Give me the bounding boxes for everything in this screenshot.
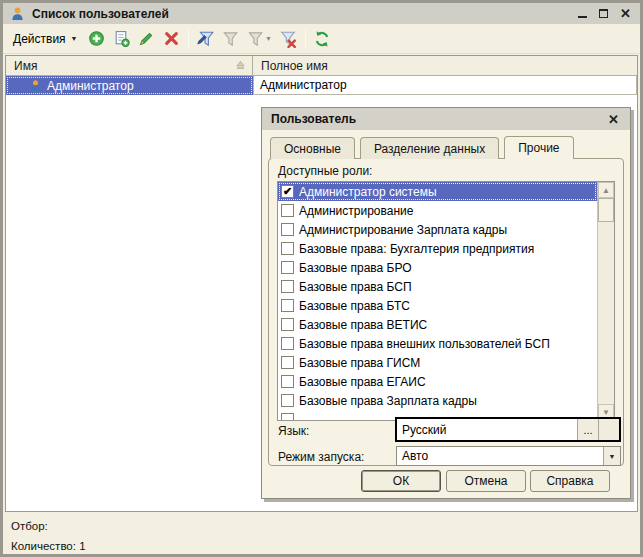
role-checkbox[interactable]: ✔: [281, 280, 294, 293]
role-list-item[interactable]: ✔ Базовые права ВЕТИС: [278, 315, 597, 334]
roles-rows: ✔ Администратор системы ✔ Администрирова…: [278, 182, 597, 420]
filter-by-value-button[interactable]: [219, 27, 242, 50]
tab-other[interactable]: Прочие: [504, 136, 573, 159]
role-label: Базовые права БТС: [299, 299, 410, 313]
dialog-close-icon[interactable]: ✕: [606, 112, 621, 127]
role-label: Базовые права внешних пользователей БСП: [299, 337, 550, 351]
clear-filter-button[interactable]: [277, 27, 300, 50]
role-list-item[interactable]: ✔ Базовые права внешних пользователей БС…: [278, 334, 597, 353]
tab-label: Основные: [284, 142, 341, 156]
launch-mode-value: Авто: [397, 447, 603, 465]
role-list-item[interactable]: ✔ Администрирование Зарплата кадры: [278, 220, 597, 239]
role-checkbox[interactable]: ✔: [281, 318, 294, 331]
role-list-item[interactable]: ✔ Базовые права ГИСМ: [278, 353, 597, 372]
chevron-down-icon: ▼: [71, 35, 78, 42]
tab-main[interactable]: Основные: [270, 137, 355, 159]
table-header: Имя Полное имя: [6, 56, 637, 76]
column-label: Полное имя: [261, 59, 328, 73]
tab-label: Разделение данных: [374, 142, 485, 156]
cell-name[interactable]: Администратор: [6, 76, 253, 95]
role-checkbox[interactable]: ✔: [281, 261, 294, 274]
role-checkbox[interactable]: ✔: [281, 394, 294, 407]
maximize-icon[interactable]: [599, 9, 608, 18]
window-title: Список пользователей: [32, 7, 571, 21]
role-label: Базовые права БСП: [299, 280, 412, 294]
user-dialog: Пользователь ✕ Основные Разделение данны…: [261, 107, 631, 499]
user-fullname: Администратор: [260, 78, 347, 92]
role-list-item[interactable]: ✔ Базовые права: Бухгалтерия предприятия: [278, 239, 597, 258]
role-list-item[interactable]: ✔ Администратор системы: [278, 182, 597, 201]
sort-ascending-icon: [235, 60, 246, 71]
combo-dropdown-icon[interactable]: ▼: [603, 447, 620, 465]
user-icon: [29, 79, 42, 92]
role-list-item[interactable]: ✔ Базовые права БСП: [278, 277, 597, 296]
dialog-tabs: Основные Разделение данных Прочие: [270, 137, 574, 159]
language-select-button[interactable]: ...: [577, 419, 598, 440]
filter-history-button[interactable]: ▼: [244, 27, 275, 50]
dialog-buttons: ОК Отмена Справка: [262, 470, 630, 492]
language-value[interactable]: Русский: [397, 419, 577, 440]
toolbar: Действия ▼ ▼: [3, 24, 640, 54]
role-list-item[interactable]: ✔ Базовые права Зарплата кадры: [278, 391, 597, 410]
chevron-down-icon: ▼: [265, 35, 272, 42]
role-label: Администрирование: [299, 204, 413, 218]
dialog-titlebar[interactable]: Пользователь ✕: [262, 108, 630, 130]
role-label: Базовые права ЕГАИС: [299, 375, 426, 389]
user-icon: [10, 6, 25, 21]
role-label: Базовые права ГИСМ: [299, 356, 420, 370]
scroll-up-icon[interactable]: ▲: [598, 182, 614, 198]
column-header-name[interactable]: Имя: [6, 56, 253, 75]
role-checkbox[interactable]: ✔: [281, 223, 294, 236]
delete-x-icon: [163, 30, 180, 47]
role-checkbox[interactable]: ✔: [281, 299, 294, 312]
cell-fullname[interactable]: Администратор: [253, 76, 637, 95]
filter-history-icon: [246, 30, 264, 48]
refresh-button[interactable]: [311, 27, 334, 50]
delete-button[interactable]: [160, 27, 183, 50]
role-checkbox[interactable]: ✔: [281, 375, 294, 388]
role-checkbox[interactable]: ✔: [281, 356, 294, 369]
add-button[interactable]: [85, 27, 108, 50]
window-titlebar[interactable]: Список пользователей ✕: [3, 3, 640, 24]
close-icon[interactable]: ✕: [620, 7, 631, 20]
tab-data-separation[interactable]: Разделение данных: [360, 137, 499, 159]
role-checkbox[interactable]: ✔: [281, 185, 294, 198]
tab-label: Прочие: [518, 141, 559, 155]
role-label: Администрирование Зарплата кадры: [299, 223, 507, 237]
user-list-window: Список пользователей ✕ Действия ▼: [0, 0, 643, 557]
role-label: Базовые права ВЕТИС: [299, 318, 427, 332]
role-list-item[interactable]: ✔ Базовые права ЕГАИС: [278, 372, 597, 391]
role-list-item[interactable]: ✔ Базовые права БТС: [278, 296, 597, 315]
help-button[interactable]: Справка: [530, 470, 610, 492]
status-bar: Отбор: Количество: 1: [7, 512, 636, 554]
cancel-button[interactable]: Отмена: [446, 470, 526, 492]
clear-filter-icon: [279, 30, 297, 48]
tab-page-other: Доступные роли: ✔ Администратор системы …: [268, 158, 624, 466]
check-icon: ✔: [283, 186, 292, 197]
role-checkbox[interactable]: ✔: [281, 204, 294, 217]
role-list-item[interactable]: ✔ Базовые права БРО: [278, 258, 597, 277]
add-copy-button[interactable]: [110, 27, 133, 50]
role-checkbox[interactable]: ✔: [281, 413, 294, 420]
filter-settings-button[interactable]: [194, 27, 217, 50]
actions-menu-button[interactable]: Действия ▼: [8, 29, 83, 49]
language-clear-icon[interactable]: [598, 419, 619, 440]
edit-button[interactable]: [135, 27, 158, 50]
column-header-fullname[interactable]: Полное имя: [253, 56, 637, 75]
ok-button[interactable]: ОК: [361, 470, 441, 492]
role-list-item[interactable]: ✔ Администрирование: [278, 201, 597, 220]
window-controls: ✕: [578, 7, 633, 20]
role-label: Базовые права БРО: [299, 261, 412, 275]
launch-mode-combo[interactable]: Авто ▼: [396, 446, 621, 466]
pencil-icon: [138, 30, 155, 47]
minimize-icon[interactable]: [578, 9, 587, 18]
scrollbar-thumb[interactable]: [598, 198, 614, 222]
roles-scrollbar[interactable]: ▲ ▼: [597, 182, 614, 420]
role-checkbox[interactable]: ✔: [281, 337, 294, 350]
table-row[interactable]: Администратор Администратор: [6, 76, 637, 95]
role-label: Базовые права: Бухгалтерия предприятия: [299, 242, 534, 256]
language-label: Язык:: [278, 424, 309, 438]
language-field[interactable]: Русский ...: [395, 417, 621, 442]
roles-list: ✔ Администратор системы ✔ Администрирова…: [277, 181, 615, 421]
role-checkbox[interactable]: ✔: [281, 242, 294, 255]
